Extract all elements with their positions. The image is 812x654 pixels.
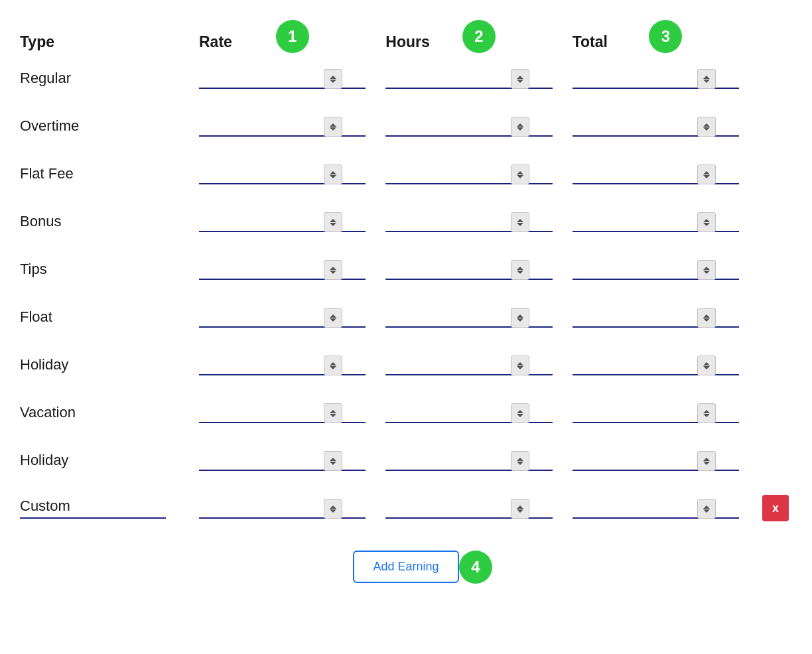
rate-spinner[interactable] [324,117,342,137]
spinner-up-arrow [330,458,336,461]
spinner-down-arrow [703,175,710,178]
total-input-wrapper [573,452,739,471]
total-spinner[interactable] [697,451,716,471]
rate-spinner[interactable] [324,164,342,184]
rate-input-wrapper [199,452,366,471]
spinner-up-arrow [703,171,710,174]
hours-input-wrapper [385,214,552,232]
total-header-label: Total [573,33,608,50]
hours-cell [385,118,572,139]
spinner-up-arrow [330,76,336,79]
hours-spinner[interactable] [511,308,529,328]
badge-2: 2 [462,20,496,53]
hours-spinner[interactable] [511,499,529,519]
table-row: Holiday [13,348,799,387]
spinner-down-arrow [703,462,710,465]
delete-row-button[interactable]: x [762,495,789,521]
spinner-up-arrow [703,123,710,127]
spinner-down-arrow [703,318,710,322]
spinner-up-arrow [517,267,523,270]
total-spinner[interactable] [697,212,716,232]
rate-spinner[interactable] [324,212,342,232]
total-spinner[interactable] [697,69,716,89]
hours-header-label: Hours [385,33,429,50]
hours-cell [385,214,572,235]
spinner-down-arrow [703,271,710,274]
rate-header-cell: 1 Rate [199,33,385,51]
spinner-down-arrow [330,318,336,322]
rate-input-wrapper [199,309,366,328]
actions-cell [759,271,799,273]
total-cell [573,261,759,283]
rows-container: RegularOvertimeFlat FeeBonusTipsFloatHol… [13,61,799,531]
actions-cell [759,175,799,178]
spinner-down-arrow [517,366,523,369]
row-type-label: Overtime [13,117,199,140]
hours-cell [385,500,572,521]
rate-spinner[interactable] [324,69,342,89]
hours-cell [385,166,572,187]
actions-cell [759,462,799,464]
spinner-up-arrow [330,267,336,270]
spinner-up-arrow [517,171,523,174]
total-spinner[interactable] [697,117,716,137]
table-row: Vacation [13,395,799,435]
rate-spinner[interactable] [324,403,342,423]
spinner-down-arrow [517,271,523,274]
spinner-up-arrow [330,171,336,174]
table-row: Overtime [13,109,799,149]
total-spinner[interactable] [697,499,716,519]
earnings-table: Type 1 Rate 2 Hours 3 Total RegularOvert… [13,20,799,583]
rate-spinner[interactable] [324,499,342,519]
spinner-up-arrow [703,267,710,270]
actions-cell: x [759,495,799,527]
hours-spinner[interactable] [511,451,529,471]
spinner-down-arrow [330,175,336,178]
table-header: Type 1 Rate 2 Hours 3 Total [13,20,799,51]
badge-3: 3 [649,20,682,53]
add-earning-wrapper: Add Earning 4 [13,551,799,583]
total-spinner[interactable] [697,260,716,280]
total-spinner[interactable] [697,403,716,423]
spinner-down-arrow [703,223,710,226]
rate-spinner[interactable] [324,308,342,328]
hours-spinner[interactable] [511,403,529,423]
rate-input-wrapper [199,500,366,519]
spinner-up-arrow [703,314,710,318]
rate-input-wrapper [199,118,366,137]
total-input-wrapper [573,357,739,375]
spinner-up-arrow [330,219,336,222]
rate-spinner[interactable] [324,356,342,375]
table-row: Float [13,300,799,340]
spinner-down-arrow [703,127,710,131]
row-type-label: Bonus [13,213,199,235]
actions-cell [759,318,799,321]
hours-spinner[interactable] [511,117,529,137]
hours-header-cell: 2 Hours [385,33,572,51]
hours-spinner[interactable] [511,212,529,232]
row-type-label: Float [13,308,199,331]
hours-spinner[interactable] [511,356,529,375]
hours-spinner[interactable] [511,69,529,89]
add-earning-button[interactable]: Add Earning [353,551,458,583]
hours-spinner[interactable] [511,260,529,280]
hours-cell [385,261,572,283]
spinner-up-arrow [517,505,523,509]
total-input-wrapper [573,214,739,232]
actions-header [759,33,799,51]
hours-cell [385,309,572,330]
rate-spinner[interactable] [324,451,342,471]
hours-spinner[interactable] [511,164,529,184]
spinner-down-arrow [330,223,336,226]
total-input-wrapper [573,405,739,423]
row-type-label: Holiday [13,452,199,474]
spinner-up-arrow [703,219,710,222]
spinner-down-arrow [517,462,523,465]
total-spinner[interactable] [697,356,716,375]
spinner-up-arrow [330,314,336,318]
custom-type-input[interactable] [20,497,166,519]
rate-spinner[interactable] [324,260,342,280]
hours-input-wrapper [385,500,552,519]
total-spinner[interactable] [697,308,716,328]
total-spinner[interactable] [697,164,716,184]
